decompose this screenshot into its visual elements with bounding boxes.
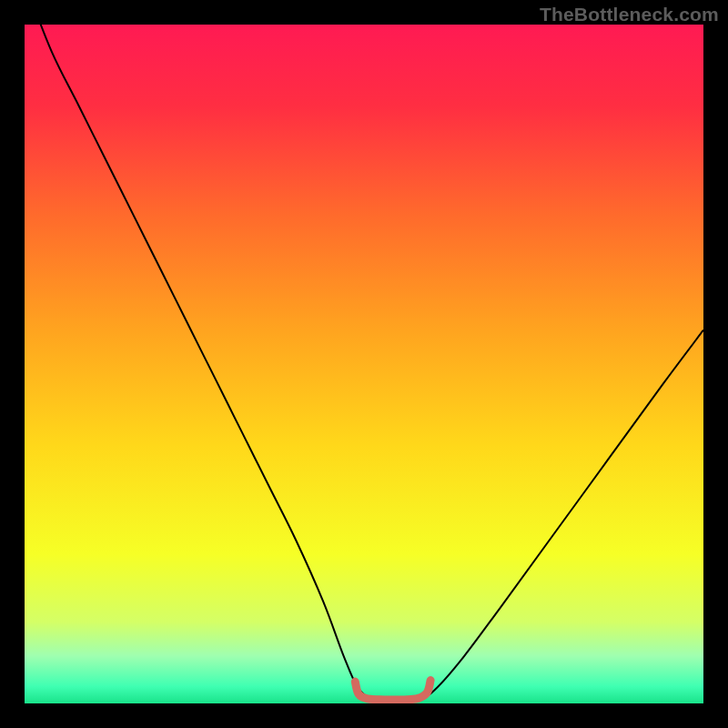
chart-background (25, 25, 703, 703)
watermark-text: TheBottleneck.com (540, 4, 719, 25)
bottleneck-chart (25, 25, 703, 703)
outer-frame: TheBottleneck.com (0, 0, 728, 728)
